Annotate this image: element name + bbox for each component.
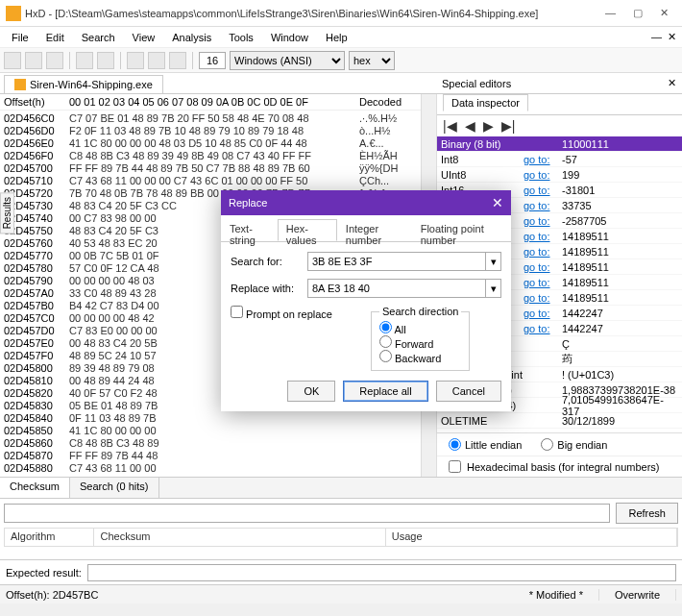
goto-link[interactable]: go to:	[524, 308, 562, 319]
encoding-select[interactable]: Windows (ANSI)	[230, 51, 345, 70]
hex-row[interactable]: 02D456F0C8 48 8B C3 48 89 39 49 8B 49 08…	[4, 150, 417, 162]
col-checksum[interactable]: Checksum	[94, 529, 385, 546]
dir-all[interactable]: All	[379, 324, 406, 335]
replace-all-button[interactable]: Replace all	[343, 381, 427, 402]
goto-link[interactable]: go to:	[524, 169, 562, 181]
hex-bytes[interactable]: FF FF 89 7B 44 48	[69, 450, 359, 462]
dialog-titlebar[interactable]: Replace ✕	[221, 190, 511, 215]
endian-big[interactable]: Big endian	[541, 438, 607, 451]
save-icon[interactable]	[46, 52, 63, 69]
replace-dropdown-icon[interactable]: ▾	[486, 279, 501, 298]
menu-edit[interactable]: Edit	[38, 30, 72, 45]
hex-row[interactable]: 02D4585041 1C 80 00 00 00	[4, 425, 417, 437]
menu-tools[interactable]: Tools	[221, 30, 261, 45]
dialog-close-icon[interactable]: ✕	[492, 195, 503, 210]
bytes-per-row-input[interactable]	[199, 52, 226, 69]
hex-bytes[interactable]: FF FF 89 7B 44 48 89 7B 50 C7 7B 88 48 8…	[69, 162, 359, 175]
dir-forward-radio[interactable]	[379, 335, 392, 348]
undo-icon[interactable]	[76, 52, 93, 69]
menu-help[interactable]: Help	[318, 30, 355, 45]
tab-hex-values[interactable]: Hex-values	[278, 219, 337, 241]
tab-file[interactable]: Siren-Win64-Shipping.exe	[4, 75, 163, 93]
menu-window[interactable]: Window	[263, 30, 316, 45]
hex-bytes[interactable]: 41 1C 80 00 00 00	[69, 425, 359, 437]
inspector-row[interactable]: OLETIME30/12/1899	[437, 413, 682, 429]
cut-icon[interactable]	[127, 52, 144, 69]
expected-input[interactable]	[87, 564, 676, 581]
col-usage[interactable]: Usage	[386, 529, 677, 546]
goto-link[interactable]: go to:	[524, 200, 562, 211]
base-select[interactable]: hex	[349, 51, 395, 70]
hex-bytes[interactable]: C7 07 BE 01 48 89 7B 20 FF 50 58 48 4E 7…	[69, 112, 359, 125]
hex-row[interactable]: 02D4589000 00 00 00 00 00 48 8B 5C 24 38…	[4, 475, 417, 477]
tab-data-inspector[interactable]: Data inspector	[443, 94, 528, 111]
search-dropdown-icon[interactable]: ▾	[486, 252, 501, 271]
goto-link[interactable]: go to:	[524, 277, 562, 288]
checksum-dropdown[interactable]	[4, 504, 610, 523]
inspector-row[interactable]: Int8go to:-57	[437, 152, 682, 167]
hex-bytes[interactable]: 00 00 00 00 00 00 48 8B 5C 24 38 48 83 C…	[69, 475, 359, 477]
tab-text-string[interactable]: Text-string	[221, 219, 278, 241]
new-icon[interactable]	[4, 52, 21, 69]
paste-icon[interactable]	[169, 52, 186, 69]
replace-with-input[interactable]	[307, 279, 486, 298]
hex-bytes[interactable]: C7 43 68 11 00 00 00 C7 43 6C 01 00 00 0…	[69, 175, 359, 187]
endian-little[interactable]: Little endian	[449, 438, 522, 451]
nav-first-icon[interactable]: |◀	[443, 118, 457, 134]
refresh-button[interactable]: Refresh	[616, 503, 678, 524]
menu-search[interactable]: Search	[74, 30, 123, 45]
inspector-row[interactable]: Binary (8 bit)11000111	[437, 136, 682, 152]
maximize-button[interactable]: ▢	[633, 7, 643, 19]
menu-file[interactable]: File	[4, 30, 37, 45]
tab-checksum[interactable]: Checksum	[0, 478, 70, 498]
hex-row[interactable]: 02D45870FF FF 89 7B 44 48	[4, 450, 417, 462]
menu-analysis[interactable]: Analysis	[164, 30, 219, 45]
hex-bytes[interactable]: 41 1C 80 00 00 00 48 03 D5 10 48 85 C0 0…	[69, 137, 359, 150]
tab-float[interactable]: Floating point number	[412, 219, 511, 241]
inspector-row[interactable]: UInt8go to:199	[437, 167, 682, 183]
open-icon[interactable]	[25, 52, 42, 69]
goto-link[interactable]: go to:	[524, 215, 562, 227]
goto-link[interactable]: go to:	[524, 185, 562, 196]
nav-next-icon[interactable]: ▶	[483, 118, 494, 134]
mdi-close-icon[interactable]: ✕	[668, 31, 676, 43]
cancel-button[interactable]: Cancel	[436, 381, 501, 402]
redo-icon[interactable]	[97, 52, 114, 69]
tab-integer[interactable]: Integer number	[337, 219, 412, 241]
mdi-minimize-icon[interactable]: —	[651, 31, 662, 43]
hex-row[interactable]: 02D45860C8 48 8B C3 48 89	[4, 437, 417, 450]
nav-last-icon[interactable]: ▶|	[501, 118, 516, 134]
goto-link[interactable]: go to:	[524, 323, 562, 334]
goto-link[interactable]: go to:	[524, 246, 562, 258]
endian-little-radio[interactable]	[449, 438, 461, 451]
special-editors-close-icon[interactable]: ✕	[668, 77, 676, 89]
minimize-button[interactable]: —	[605, 7, 616, 19]
hex-bytes[interactable]: C7 43 68 11 00 00	[69, 462, 359, 475]
copy-icon[interactable]	[148, 52, 165, 69]
hex-row[interactable]: 02D456C0C7 07 BE 01 48 89 7B 20 FF 50 58…	[4, 112, 417, 125]
close-button[interactable]: ✕	[660, 7, 669, 19]
hex-row[interactable]: 02D456D0F2 0F 11 03 48 89 7B 10 48 89 79…	[4, 125, 417, 137]
goto-link[interactable]: go to:	[524, 231, 562, 242]
hex-bytes[interactable]: C8 48 8B C3 48 89	[69, 437, 359, 450]
hex-row[interactable]: 02D456E041 1C 80 00 00 00 48 03 D5 10 48…	[4, 137, 417, 150]
hex-row[interactable]: 02D45880C7 43 68 11 00 00	[4, 462, 417, 475]
hex-row[interactable]: 02D458400F 11 03 48 89 7B	[4, 412, 417, 425]
dir-backward[interactable]: Backward	[379, 353, 441, 364]
prompt-checkbox[interactable]	[231, 306, 243, 318]
ok-button[interactable]: OK	[287, 381, 335, 402]
goto-link[interactable]: go to:	[524, 154, 562, 165]
tab-search-results[interactable]: Search (0 hits)	[70, 478, 159, 498]
hex-bytes[interactable]: 0F 11 03 48 89 7B	[69, 412, 359, 425]
hex-row[interactable]: 02D45700FF FF 89 7B 44 48 89 7B 50 C7 7B…	[4, 162, 417, 175]
dir-all-radio[interactable]	[379, 321, 392, 333]
dir-forward[interactable]: Forward	[379, 338, 433, 350]
menu-view[interactable]: View	[125, 30, 163, 45]
prompt-on-replace[interactable]: Prompt on replace	[231, 306, 332, 320]
results-sidebar-label[interactable]: Results	[0, 192, 14, 234]
hex-bytes[interactable]: F2 0F 11 03 48 89 7B 10 48 89 79 10 89 7…	[69, 125, 359, 137]
dir-backward-radio[interactable]	[379, 350, 392, 362]
col-algorithm[interactable]: Algorithm	[5, 529, 94, 546]
hex-bytes[interactable]: C8 48 8B C3 48 89 39 49 8B 49 08 C7 43 4…	[69, 150, 359, 162]
goto-link[interactable]: go to:	[524, 292, 562, 304]
